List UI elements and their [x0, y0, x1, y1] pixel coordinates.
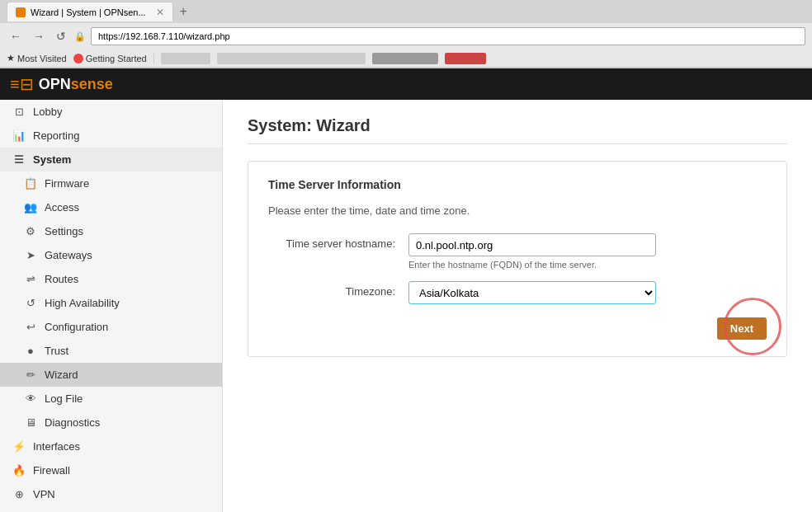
reload-button[interactable]: ↺	[53, 28, 69, 45]
sidebar-label-system: System	[33, 153, 71, 166]
main-layout: ⊡ Lobby 📊 Reporting ☰ System 📋 Firmware …	[0, 100, 812, 512]
sidebar-label-settings: Settings	[45, 225, 83, 237]
tab-close-icon[interactable]: ✕	[156, 7, 164, 18]
hostname-label: Time server hostname:	[268, 233, 408, 250]
sidebar-label-logfile: Log File	[45, 392, 83, 405]
logo-prefix: OPN	[39, 76, 71, 92]
sidebar-item-log-file[interactable]: 👁 Log File	[0, 387, 222, 411]
firewall-icon: 🔥	[12, 464, 26, 477]
sidebar-item-gateways[interactable]: ➤ Gateways	[0, 243, 222, 267]
button-row: Next	[268, 317, 767, 340]
logo: ≡⊟ OPNsense	[10, 74, 113, 94]
next-button[interactable]: Next	[717, 317, 767, 340]
sidebar-label-trust: Trust	[45, 345, 68, 357]
sidebar-item-high-availability[interactable]: ↺ High Availability	[0, 291, 222, 315]
hostname-hint: Enter the hostname (FQDN) of the time se…	[408, 260, 767, 270]
sidebar-item-reporting[interactable]: 📊 Reporting	[0, 124, 222, 148]
hostname-control: Enter the hostname (FQDN) of the time se…	[408, 233, 767, 270]
hostname-row: Time server hostname: Enter the hostname…	[268, 233, 767, 270]
bookmark-firefox-icon	[73, 54, 83, 63]
system-icon: ☰	[12, 153, 26, 166]
bookmarks-bar: ★ Most Visited Getting Started	[0, 49, 812, 68]
sidebar-label-diagnostics: Diagnostics	[45, 416, 100, 429]
sidebar-item-settings[interactable]: ⚙ Settings	[0, 219, 222, 243]
logfile-icon: 👁	[23, 392, 38, 405]
settings-icon: ⚙	[23, 225, 38, 237]
sidebar-label-ha: High Availability	[45, 297, 120, 309]
top-nav: ≡⊟ OPNsense	[0, 68, 812, 100]
sidebar-item-access[interactable]: 👥 Access	[0, 195, 222, 219]
page-title: System: Wizard	[248, 116, 787, 144]
sidebar-label-vpn: VPN	[33, 488, 55, 500]
timezone-row: Timezone: Asia/Kolkata UTC America/New_Y…	[268, 281, 767, 304]
browser-chrome: Wizard | System | OPNsen... ✕ + ← → ↺ 🔒 …	[0, 0, 812, 68]
address-input[interactable]	[91, 27, 805, 45]
sidebar-item-configuration[interactable]: ↩ Configuration	[0, 315, 222, 339]
sidebar-label-firewall: Firewall	[33, 464, 70, 477]
sidebar-item-system[interactable]: ☰ System	[0, 148, 222, 171]
sidebar-item-trust[interactable]: ● Trust	[0, 339, 222, 363]
timezone-select[interactable]: Asia/Kolkata UTC America/New_York Europe…	[408, 281, 656, 304]
bookmark-icon: ★	[7, 53, 15, 63]
sidebar-item-diagnostics[interactable]: 🖥 Diagnostics	[0, 411, 222, 434]
sidebar-item-lobby[interactable]: ⊡ Lobby	[0, 100, 222, 124]
sidebar-label-reporting: Reporting	[33, 129, 79, 142]
sidebar-item-services[interactable]: ⚙ Services	[0, 506, 222, 512]
lock-icon: 🔒	[74, 31, 86, 42]
wizard-section: Time Server Information Please enter the…	[248, 161, 787, 357]
bookmark-most-visited[interactable]: ★ Most Visited	[7, 53, 67, 63]
sidebar-label-wizard: Wizard	[45, 369, 78, 381]
logo-icon: ≡⊟	[10, 74, 34, 94]
ha-icon: ↺	[23, 297, 38, 309]
sidebar-label-lobby: Lobby	[33, 106, 62, 118]
logo-suffix: sense	[71, 76, 113, 92]
bookmark-label-2: Getting Started	[86, 54, 147, 63]
gateways-icon: ➤	[23, 249, 38, 261]
sidebar-item-wizard[interactable]: ✏ Wizard	[0, 363, 222, 387]
timezone-label: Timezone:	[268, 281, 408, 298]
section-title: Time Server Information	[268, 178, 767, 191]
bookmark-placeholder-1	[161, 53, 210, 64]
sidebar-item-firmware[interactable]: 📋 Firmware	[0, 171, 222, 195]
bookmark-placeholder-3	[372, 53, 438, 64]
sidebar: ⊡ Lobby 📊 Reporting ☰ System 📋 Firmware …	[0, 100, 223, 512]
firmware-icon: 📋	[23, 177, 38, 190]
section-desc: Please enter the time, date and time zon…	[268, 204, 767, 217]
bookmark-placeholder-2	[217, 53, 366, 64]
browser-tab[interactable]: Wizard | System | OPNsen... ✕	[7, 2, 173, 21]
config-icon: ↩	[23, 321, 38, 333]
logo-text: OPNsense	[39, 76, 113, 93]
forward-button[interactable]: →	[30, 28, 48, 45]
sidebar-label-routes: Routes	[45, 273, 78, 285]
tab-bar: Wizard | System | OPNsen... ✕ +	[0, 0, 812, 23]
hostname-input[interactable]	[408, 233, 656, 256]
new-tab-button[interactable]: +	[177, 4, 191, 19]
diagnostics-icon: 🖥	[23, 416, 38, 429]
sidebar-item-routes[interactable]: ⇌ Routes	[0, 267, 222, 291]
sidebar-label-config: Configuration	[45, 321, 108, 333]
sidebar-label-firmware: Firmware	[45, 177, 89, 190]
content-area: System: Wizard Time Server Information P…	[223, 100, 812, 512]
interfaces-icon: ⚡	[12, 440, 26, 453]
sidebar-item-vpn[interactable]: ⊕ VPN	[0, 482, 222, 506]
access-icon: 👥	[23, 201, 38, 214]
bookmark-getting-started[interactable]: Getting Started	[73, 54, 147, 63]
sidebar-label-interfaces: Interfaces	[33, 440, 80, 453]
reporting-icon: 📊	[12, 129, 26, 142]
address-bar-row: ← → ↺ 🔒	[0, 23, 812, 49]
trust-icon: ●	[23, 345, 38, 357]
tab-favicon	[16, 7, 26, 17]
sidebar-item-firewall[interactable]: 🔥 Firewall	[0, 458, 222, 482]
wizard-icon: ✏	[23, 369, 38, 381]
vpn-icon: ⊕	[12, 488, 26, 500]
bookmark-divider	[153, 53, 154, 64]
bookmark-placeholder-4	[445, 53, 486, 64]
sidebar-label-gateways: Gateways	[45, 249, 92, 261]
lobby-icon: ⊡	[12, 106, 26, 118]
sidebar-label-access: Access	[45, 201, 79, 214]
sidebar-item-interfaces[interactable]: ⚡ Interfaces	[0, 434, 222, 458]
routes-icon: ⇌	[23, 273, 38, 285]
tab-title: Wizard | System | OPNsen...	[31, 7, 146, 17]
bookmark-label: Most Visited	[17, 54, 67, 63]
back-button[interactable]: ←	[7, 28, 25, 45]
